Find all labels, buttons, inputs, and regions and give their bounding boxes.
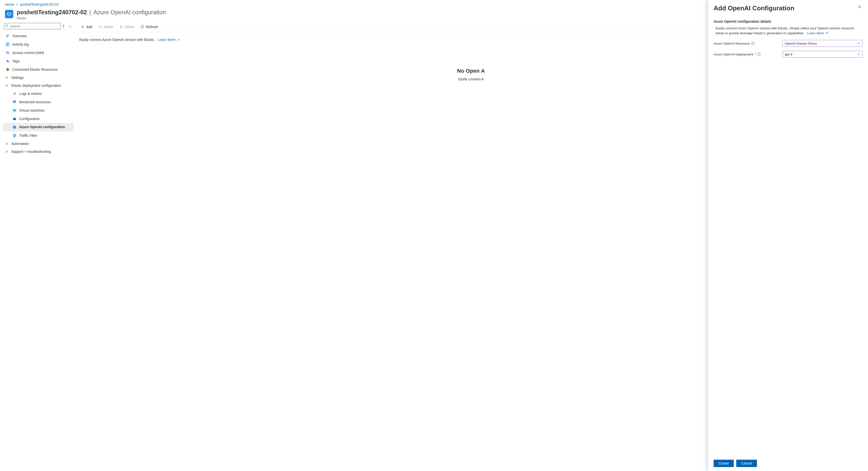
select-value: OpenAI-Elastic-Demo [785, 42, 817, 46]
deployment-select[interactable]: gpt-4 [782, 51, 863, 58]
sidebar-group-support[interactable]: Support + troubleshooting [3, 148, 74, 155]
sidebar-sort-button[interactable] [62, 24, 66, 28]
sidebar-group-automation[interactable]: Automation [3, 140, 74, 148]
refresh-icon [141, 25, 144, 29]
sidebar-item-traffic-filter[interactable]: Traffic Filter [3, 131, 74, 140]
vm-icon [12, 108, 17, 113]
breadcrumb-resource[interactable]: poshettTesting240702-02 [20, 2, 59, 6]
svg-point-15 [7, 60, 7, 61]
activity-log-icon [5, 42, 10, 47]
empty-state-subtitle: Easily connect A [458, 77, 484, 81]
sidebar-item-tags[interactable]: Tags [3, 57, 74, 65]
svg-point-4 [6, 25, 8, 27]
label-text: Azure OpenAI Resource [714, 42, 749, 46]
empty-state-title: No Open A [457, 68, 485, 74]
svg-point-2 [9, 14, 10, 15]
toolbox-icon [12, 117, 17, 121]
people-icon [5, 51, 10, 55]
chevron-down-icon [858, 42, 860, 45]
learn-more-label: Learn More [158, 38, 176, 42]
info-icon[interactable]: i [751, 42, 754, 45]
external-link-icon: ↗ [177, 38, 180, 42]
overview-icon [5, 34, 10, 38]
link-icon [98, 25, 102, 29]
sidebar-item-connected-resources[interactable]: Connected Elastic Resources [3, 65, 74, 74]
external-link-icon: ↗ [825, 31, 828, 35]
svg-point-6 [6, 35, 7, 36]
button-label: Refresh [146, 25, 158, 29]
svg-line-5 [7, 26, 8, 27]
sidebar-item-monitored[interactable]: Monitored resources [3, 98, 74, 106]
create-button[interactable]: Create [714, 460, 734, 467]
trash-icon [119, 25, 123, 29]
sidebar-item-label: Settings [11, 76, 24, 80]
sidebar-item-logs-metrics[interactable]: Logs & metrics [3, 89, 74, 98]
sidebar-item-activity-log[interactable]: Activity log [3, 40, 74, 49]
svg-point-17 [15, 92, 16, 93]
sidebar-search-input[interactable] [4, 23, 61, 29]
delete-button: Delete [117, 23, 137, 30]
refresh-button[interactable]: Refresh [138, 23, 160, 30]
resource-select[interactable]: OpenAI-Elastic-Demo [782, 40, 863, 47]
sidebar-menu: Overview Activity log Access control (IA… [3, 32, 74, 155]
sidebar-item-label: Activity log [12, 42, 29, 46]
svg-rect-23 [16, 102, 16, 103]
select-value: gpt-4 [785, 53, 793, 56]
svg-point-33 [15, 127, 16, 127]
required-asterisk: * [755, 53, 756, 56]
grid-icon [12, 100, 17, 104]
blade-learn-more-link[interactable]: Learn More ↗ [807, 31, 828, 35]
globe-icon [12, 133, 17, 138]
sidebar-item-label: Logs & metrics [19, 92, 42, 96]
info-icon[interactable]: i [757, 53, 761, 56]
sidebar-item-label: Automation [11, 142, 29, 146]
label-text: Azure OpenAI Deployment [714, 53, 753, 56]
button-label: Delete [125, 25, 134, 29]
add-button[interactable]: Add [78, 23, 95, 30]
chevron-right-icon [5, 142, 9, 145]
blade-learn-more-label: Learn More [807, 31, 824, 35]
svg-point-31 [14, 127, 14, 127]
svg-point-14 [8, 52, 9, 53]
breadcrumb-home[interactable]: Home [5, 2, 14, 6]
chevron-down-icon [858, 53, 860, 56]
svg-point-13 [6, 52, 7, 53]
sidebar-item-vms[interactable]: Virtual machines [3, 106, 74, 115]
sidebar-item-access-control[interactable]: Access control (IAM) [3, 49, 74, 57]
sidebar-item-label: Configuration [19, 117, 40, 121]
tag-icon [5, 59, 10, 63]
sidebar-item-label: Elastic deployment configuration [11, 84, 61, 88]
sidebar-group-settings[interactable]: Settings [3, 74, 74, 82]
svg-rect-19 [14, 100, 15, 101]
cancel-button[interactable]: Cancel [736, 460, 757, 467]
svg-point-3 [10, 13, 10, 14]
svg-rect-22 [14, 102, 15, 103]
learn-more-link[interactable]: Learn More ↗ [158, 38, 179, 42]
svg-rect-26 [14, 111, 15, 112]
sidebar-collapse-button[interactable]: « [68, 24, 72, 28]
blade-section-label: Azure OpenAI configuration details [708, 22, 868, 26]
resource-title: poshettTesting240702-02 [17, 9, 87, 16]
section-title: Azure OpenAI configuration [93, 9, 166, 16]
chevron-down-icon [5, 84, 9, 87]
blade-description: Easily connect Azure OpenAI service with… [708, 26, 868, 40]
title-separator: | [88, 9, 92, 16]
svg-rect-21 [13, 102, 14, 103]
blade-form: Azure OpenAI Resource i OpenAI-Elastic-D… [708, 40, 868, 62]
svg-point-8 [7, 36, 8, 37]
sidebar-item-label: Azure OpenAI configuration [19, 125, 65, 129]
deployment-field-label: Azure OpenAI Deployment * i [714, 53, 782, 56]
sidebar-item-label: Virtual machines [19, 109, 44, 112]
relink-button: Relink [96, 23, 116, 30]
sidebar-item-label: Support + troubleshooting [11, 150, 51, 153]
button-label: Add [86, 25, 92, 29]
sidebar-item-overview[interactable]: Overview [3, 32, 74, 40]
logs-icon [12, 91, 17, 96]
sidebar-item-label: Tags [12, 59, 20, 63]
chevron-right-icon [5, 150, 9, 153]
sidebar-search [4, 23, 61, 29]
intro-message: Easily connect Azure OpenAI service with… [79, 38, 155, 42]
sidebar-item-azure-openai[interactable]: Azure OpenAI configuration [3, 123, 74, 131]
sidebar-item-configuration[interactable]: Configuration [3, 115, 74, 123]
sidebar-group-elastic-deploy[interactable]: Elastic deployment configuration [3, 82, 74, 89]
